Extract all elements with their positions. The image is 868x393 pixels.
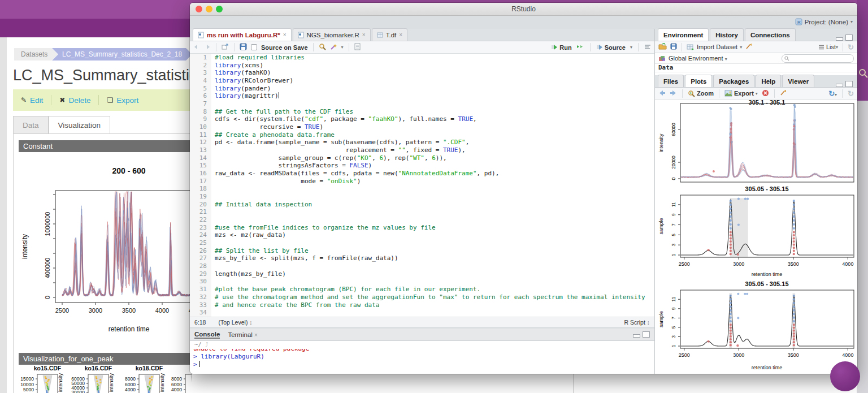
project-menu[interactable]: R Project: (None)▾	[795, 18, 853, 25]
refresh-plots-icon[interactable]: ↻	[848, 89, 854, 98]
code-line[interactable]: 2library(xcms)	[190, 62, 654, 70]
code-line[interactable]: 32# use the chromatogram method and set …	[190, 293, 654, 301]
publish-icon[interactable]: ↻▾	[828, 89, 837, 98]
code-line[interactable]: 28	[190, 262, 654, 270]
code-line[interactable]: 13 replacement = "", fixed = TRUE),	[190, 146, 654, 154]
code-tools-caret[interactable]: ▾	[341, 45, 344, 50]
code-line[interactable]: 26## Split the list by file	[190, 247, 654, 255]
tab-visualization[interactable]: Visualization	[49, 116, 111, 135]
tab-help[interactable]: Help	[756, 75, 781, 87]
import-dataset-button[interactable]: Import Dataset▾	[687, 44, 742, 50]
save-icon[interactable]	[240, 43, 247, 51]
tab-ms-run[interactable]: ms run with Labguru.R*×	[193, 28, 292, 41]
tab-environment[interactable]: Environment	[658, 28, 709, 41]
back-icon[interactable]	[193, 44, 200, 51]
scope-selector[interactable]: (Top Level) ↕	[218, 319, 252, 326]
code-line[interactable]: 9cdfs <- dir(system.file("cdf", package …	[190, 115, 654, 123]
next-plot-icon[interactable]	[670, 90, 677, 97]
code-editor[interactable]: 1#load required libraries2library(xcms)3…	[190, 54, 654, 317]
minimize-pane-icon[interactable]	[633, 334, 640, 338]
delete-button[interactable]: ✖Delete	[59, 96, 90, 105]
code-line[interactable]: 33# and hence create the BPC from the ra…	[190, 301, 654, 309]
code-line[interactable]: 24mzs <- mz(raw_data)	[190, 231, 654, 239]
previous-plot-icon[interactable]	[658, 90, 666, 97]
maximize-pane-icon[interactable]	[845, 81, 853, 87]
export-plot-button[interactable]: Export▾	[724, 90, 758, 97]
code-line[interactable]: 19	[190, 193, 654, 201]
code-line[interactable]: 8## Get the full path to the CDF files	[190, 108, 654, 116]
find-icon[interactable]	[319, 43, 326, 51]
code-line[interactable]: 22	[190, 216, 654, 224]
tab-plots[interactable]: Plots	[685, 75, 712, 87]
tab-ngs-biomarker[interactable]: NGS_biomarker.R×	[293, 28, 371, 41]
code-line[interactable]: 34	[190, 309, 654, 317]
run-button[interactable]: Run	[551, 44, 571, 51]
tab-connections[interactable]: Connections	[745, 28, 796, 41]
tab-viewer[interactable]: Viewer	[782, 75, 814, 87]
source-on-save-checkbox[interactable]	[251, 44, 257, 50]
code-line[interactable]: 15 stringsAsFactors = FALSE)	[190, 162, 654, 170]
tab-packages[interactable]: Packages	[713, 75, 754, 87]
popout-icon[interactable]	[222, 44, 229, 51]
minimize-pane-icon[interactable]	[836, 37, 843, 41]
tab-console[interactable]: Console	[194, 331, 220, 339]
code-line[interactable]: 5library(pander)	[190, 85, 654, 93]
environment-scope[interactable]: Global Environment ▾	[669, 55, 727, 62]
code-line[interactable]: 30	[190, 278, 654, 286]
tab-files[interactable]: Files	[658, 75, 684, 87]
maximize-pane-icon[interactable]	[643, 331, 650, 338]
tab-t-df[interactable]: T.df×	[372, 28, 407, 41]
code-line[interactable]: 1#load required libraries	[190, 54, 654, 62]
tab-terminal[interactable]: Terminal ×	[228, 331, 258, 338]
code-line[interactable]: 11## Create a phenodata data.frame	[190, 131, 654, 139]
edit-button[interactable]: ✎Edit	[21, 96, 43, 105]
file-type-selector[interactable]: R Script ↕	[624, 319, 650, 326]
code-line[interactable]: 4library(RColorBrewer)	[190, 77, 654, 85]
list-view-button[interactable]: List▾	[818, 44, 838, 50]
remove-plot-icon[interactable]	[762, 89, 769, 98]
code-line[interactable]: 10 recursive = TRUE)	[190, 123, 654, 131]
close-tab-icon[interactable]: ×	[362, 32, 366, 38]
code-line[interactable]: 31#plot the base peak chromatogram (BPC)…	[190, 286, 654, 293]
outline-icon[interactable]	[644, 44, 651, 51]
tab-history[interactable]: History	[710, 28, 744, 41]
zoom-plot-button[interactable]: Zoom	[688, 90, 714, 97]
minimize-pane-icon[interactable]	[836, 84, 843, 87]
console-output[interactable]: unable to find required package> library…	[190, 349, 654, 374]
source-caret[interactable]: ▾	[630, 45, 632, 50]
window-titlebar[interactable]: RStudio	[190, 3, 857, 16]
source-button[interactable]: Source	[596, 44, 626, 51]
code-line[interactable]: 25	[190, 239, 654, 247]
environment-search-input[interactable]	[782, 54, 854, 63]
code-line[interactable]: 12pd <- data.frame(sample_name = sub(bas…	[190, 139, 654, 146]
code-line[interactable]: 18	[190, 185, 654, 193]
close-tab-icon[interactable]: ×	[283, 32, 287, 38]
chat-widget-button[interactable]	[830, 361, 860, 391]
compile-report-icon[interactable]	[354, 43, 361, 51]
search-icon[interactable]	[858, 68, 868, 79]
code-tools-icon[interactable]	[330, 43, 337, 51]
code-line[interactable]: 29length(mzs_by_file)	[190, 270, 654, 278]
close-tab-icon[interactable]: ×	[399, 32, 402, 38]
code-line[interactable]: 21	[190, 208, 654, 216]
clear-plots-icon[interactable]	[780, 89, 787, 97]
clear-environment-icon[interactable]	[745, 43, 753, 51]
code-line[interactable]: 14 sample_group = c(rep("KO", 6), rep("W…	[190, 154, 654, 162]
code-line[interactable]: 20## Initial data inspection	[190, 201, 654, 209]
forward-icon[interactable]	[204, 44, 211, 51]
code-line[interactable]: 7	[190, 100, 654, 108]
code-line[interactable]: 3library(faahKO)	[190, 69, 654, 77]
rerun-button[interactable]	[576, 44, 584, 51]
refresh-environment-icon[interactable]: ↻	[848, 43, 854, 51]
maximize-pane-icon[interactable]	[845, 34, 853, 41]
code-line[interactable]: 27mzs_by_file <- split(mzs, f = fromFile…	[190, 254, 654, 262]
tab-data[interactable]: Data	[13, 116, 49, 135]
load-workspace-icon[interactable]	[658, 43, 667, 51]
code-line[interactable]: 17 mode = "onDisk")	[190, 178, 654, 185]
export-button[interactable]: ❏Export	[107, 96, 138, 105]
save-workspace-icon[interactable]	[670, 43, 677, 51]
code-line[interactable]: 16raw_data <- readMSData(files = cdfs, p…	[190, 170, 654, 178]
breadcrumb-datasets[interactable]: Datasets	[14, 48, 58, 61]
code-line[interactable]: 23#use the fromFile indices to organize …	[190, 224, 654, 232]
code-line[interactable]: 6library(magrittr)	[190, 92, 654, 100]
